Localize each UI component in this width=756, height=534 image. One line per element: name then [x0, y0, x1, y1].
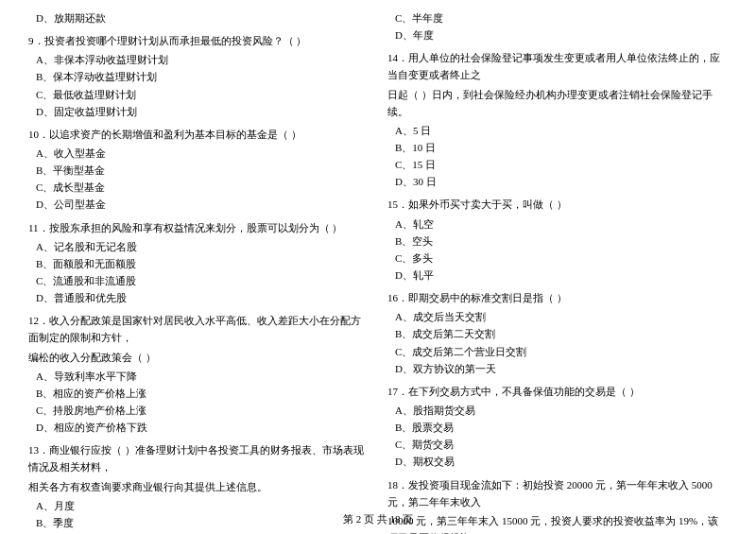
q13-text: 13．商业银行应按（ ）准备理财计划中各投资工具的财务报表、市场表现情况及相关材…: [28, 441, 369, 475]
q16-option-d: D、双方协议的第一天: [387, 360, 728, 377]
q11-text: 11．按股东承担的风险和享有权益情况来划分，股票可以划分为（ ）: [28, 219, 369, 236]
q14-option-c: C、15 日: [387, 156, 728, 173]
q12-option-b: B、相应的资产价格上涨: [28, 385, 369, 402]
option-d1: D、放期期还款: [28, 9, 369, 26]
q14-option-d: D、30 日: [387, 173, 728, 190]
q9-option-d: D、固定收益理财计划: [28, 103, 369, 120]
q9-option-a: A、非保本浮动收益理财计划: [28, 51, 369, 68]
page-container: D、放期期还款 9．投资者投资哪个理财计划从而承担最低的投资风险？（ ） A、非…: [0, 0, 756, 534]
q9-option-c: C、最低收益理财计划: [28, 86, 369, 103]
q14-option-a: A、5 日: [387, 122, 728, 139]
q11-option-b: B、面额股和无面额股: [28, 255, 369, 272]
q9-text: 9．投资者投资哪个理财计划从而承担最低的投资风险？（ ）: [28, 32, 369, 49]
two-column-layout: D、放期期还款 9．投资者投资哪个理财计划从而承担最低的投资风险？（ ） A、非…: [28, 9, 728, 534]
q12-block: 12．收入分配政策是国家针对居民收入水平高低、收入差距大小在分配方面制定的限制和…: [28, 312, 369, 436]
q15-text: 15．如果外币买寸卖大于买，叫做（ ）: [387, 196, 728, 213]
q14-option-b: B、10 日: [387, 139, 728, 156]
q15-option-c: C、多头: [387, 250, 728, 267]
q14-sub: 日起（ ）日内，到社会保险经办机构办理变更或者注销社会保险登记手续。: [387, 86, 728, 120]
option-c-right: C、半年度: [387, 9, 728, 26]
q17-option-b: B、股票交易: [387, 419, 728, 436]
q10-option-b: B、平衡型基金: [28, 162, 369, 179]
q16-option-a: A、成交后当天交割: [387, 308, 728, 325]
q11-block: 11．按股东承担的风险和享有权益情况来划分，股票可以划分为（ ） A、记名股和无…: [28, 219, 369, 307]
right-column: C、半年度 D、年度 14．用人单位的社会保险登记事项发生变更或者用人单位依法终…: [387, 9, 728, 534]
q18-text: 18．发投资项目现金流如下：初始投资 20000 元，第一年年末收入 5000 …: [387, 476, 728, 510]
q10-text: 10．以追求资产的长期增值和盈利为基本目标的基金是（ ）: [28, 126, 369, 143]
q9-block: 9．投资者投资哪个理财计划从而承担最低的投资风险？（ ） A、非保本浮动收益理财…: [28, 32, 369, 120]
c-option-block: C、半年度 D、年度: [387, 9, 728, 43]
q12-sub: 编松的收入分配政策会（ ）: [28, 349, 369, 366]
q10-option-d: D、公司型基金: [28, 196, 369, 213]
q17-option-a: A、股指期货交易: [387, 402, 728, 419]
q12-option-d: D、相应的资产价格下跌: [28, 419, 369, 436]
option-d-right: D、年度: [387, 26, 728, 43]
q16-text: 16．即期交易中的标准交割日是指（ ）: [387, 289, 728, 306]
q15-option-b: B、空头: [387, 233, 728, 250]
q16-option-b: B、成交后第二天交割: [387, 325, 728, 342]
q17-block: 17．在下列交易方式中，不具备保值功能的交易是（ ） A、股指期货交易 B、股票…: [387, 383, 728, 471]
page-footer: 第 2 页 共 18 页: [0, 512, 756, 526]
q10-block: 10．以追求资产的长期增值和盈利为基本目标的基金是（ ） A、收入型基金 B、平…: [28, 126, 369, 214]
q14-block: 14．用人单位的社会保险登记事项发生变更或者用人单位依法终止的，应当自变更或者终…: [387, 49, 728, 190]
q13-sub: 相关各方有权查询要求商业银行向其提供上述信息。: [28, 478, 369, 495]
q17-option-d: D、期权交易: [387, 453, 728, 470]
q12-option-c: C、持股房地产价格上涨: [28, 402, 369, 419]
q15-block: 15．如果外币买寸卖大于买，叫做（ ） A、轧空 B、空头 C、多头 D、轧平: [387, 196, 728, 284]
q11-option-c: C、流通股和非流通股: [28, 272, 369, 289]
q12-text: 12．收入分配政策是国家针对居民收入水平高低、收入差距大小在分配方面制定的限制和…: [28, 312, 369, 346]
q10-option-c: C、成长型基金: [28, 179, 369, 196]
q10-option-a: A、收入型基金: [28, 145, 369, 162]
q17-text: 17．在下列交易方式中，不具备保值功能的交易是（ ）: [387, 383, 728, 400]
page-number: 第 2 页 共 18 页: [343, 513, 413, 525]
q11-option-a: A、记名股和无记名股: [28, 238, 369, 255]
q9-option-b: B、保本浮动收益理财计划: [28, 68, 369, 85]
q15-option-a: A、轧空: [387, 215, 728, 233]
q16-block: 16．即期交易中的标准交割日是指（ ） A、成交后当天交割 B、成交后第二天交割…: [387, 289, 728, 377]
d-option-block-1: D、放期期还款: [28, 9, 369, 26]
q11-option-d: D、普通股和优先股: [28, 289, 369, 306]
q12-option-a: A、导致利率水平下降: [28, 368, 369, 385]
q16-option-c: C、成交后第二个营业日交割: [387, 343, 728, 360]
q17-option-c: C、期货交易: [387, 436, 728, 453]
q14-text: 14．用人单位的社会保险登记事项发生变更或者用人单位依法终止的，应当自变更或者终…: [387, 49, 728, 83]
q15-option-d: D、轧平: [387, 267, 728, 284]
left-column: D、放期期还款 9．投资者投资哪个理财计划从而承担最低的投资风险？（ ） A、非…: [28, 9, 369, 534]
